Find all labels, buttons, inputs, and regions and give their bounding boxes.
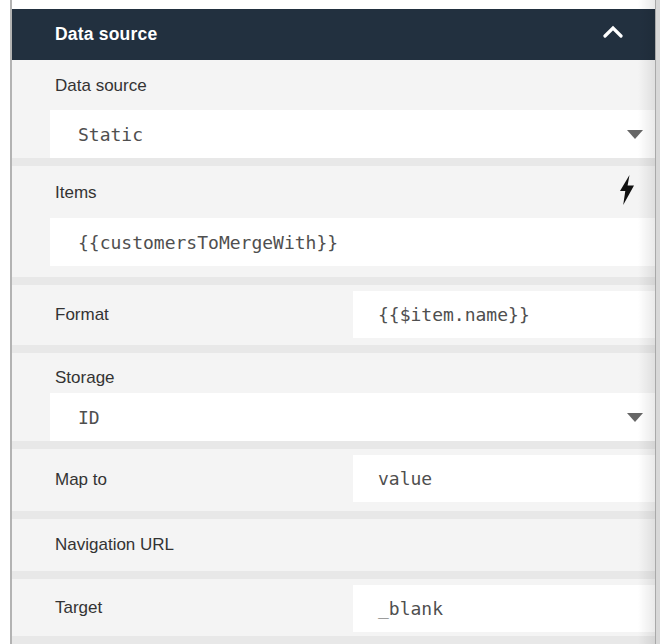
target-input[interactable]: _blank (353, 585, 655, 632)
data-source-properties-panel: Data source Data source Static Items {{c… (12, 0, 660, 644)
target-input-value: _blank (378, 598, 443, 619)
separator (12, 277, 660, 285)
scrollbar-track[interactable] (655, 0, 660, 644)
field-map-to: Map to value (12, 449, 660, 511)
left-gutter (0, 0, 10, 644)
format-input-value: {{$item.name}} (378, 304, 530, 325)
field-format: Format {{$item.name}} (12, 285, 660, 345)
top-spacer (12, 0, 660, 9)
items-input-value: {{customersToMergeWith}} (78, 232, 338, 253)
map-to-input-value: value (378, 468, 432, 489)
items-label: Items (55, 166, 660, 204)
field-navigation-url: Navigation URL (12, 519, 660, 571)
storage-select[interactable]: ID (50, 393, 655, 441)
panel-section-header[interactable]: Data source (12, 9, 660, 60)
field-items: Items {{customersToMergeWith}} (12, 166, 660, 277)
panel-title: Data source (55, 24, 157, 45)
separator (12, 511, 660, 519)
separator (12, 636, 660, 644)
separator (12, 441, 660, 449)
dropdown-arrow-icon (627, 130, 643, 139)
storage-select-value: ID (78, 407, 100, 428)
separator (12, 158, 660, 166)
map-to-label: Map to (55, 469, 107, 491)
field-target: Target _blank (12, 579, 660, 636)
data-source-select-value: Static (78, 124, 143, 145)
field-storage: Storage ID (12, 353, 660, 441)
map-to-input[interactable]: value (353, 455, 655, 502)
separator (12, 571, 660, 579)
data-source-select[interactable]: Static (50, 110, 655, 158)
field-data-source: Data source Static (12, 60, 660, 158)
target-label: Target (55, 597, 102, 619)
lightning-bolt-icon[interactable] (619, 175, 635, 205)
storage-label: Storage (55, 353, 660, 389)
items-input[interactable]: {{customersToMergeWith}} (50, 218, 655, 266)
separator (12, 345, 660, 353)
format-input[interactable]: {{$item.name}} (353, 291, 655, 338)
dropdown-arrow-icon (627, 413, 643, 422)
chevron-up-icon[interactable] (603, 23, 623, 43)
navigation-url-label: Navigation URL (55, 534, 174, 556)
data-source-label: Data source (55, 60, 660, 97)
format-label: Format (55, 304, 109, 326)
